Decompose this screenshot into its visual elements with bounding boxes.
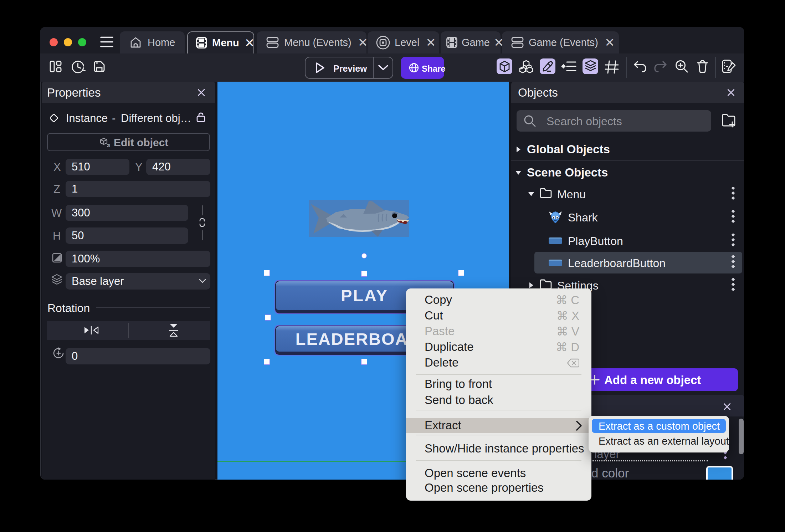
svg-text:2D: 2D: [107, 143, 110, 147]
